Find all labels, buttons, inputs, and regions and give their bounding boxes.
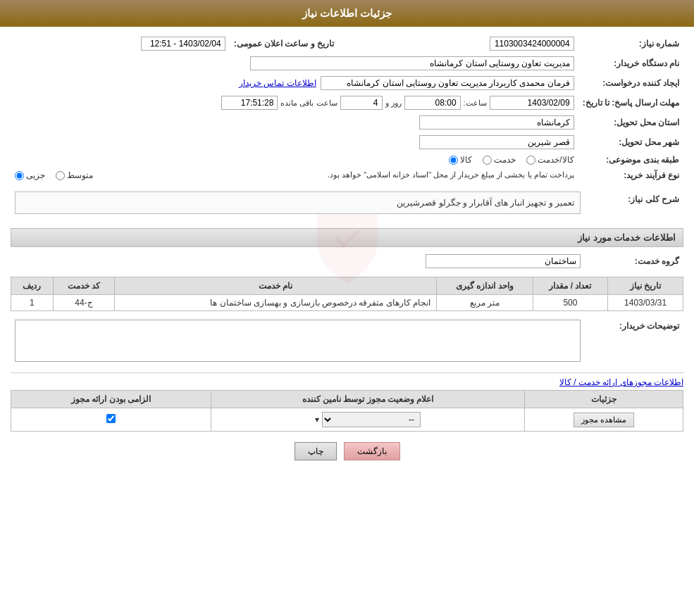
row-name: انجام کارهای متفرقه درخصوص بازسازی و بهس… — [115, 295, 437, 311]
view-license-button[interactable]: مشاهده مجوز — [574, 413, 634, 427]
reply-date-input[interactable] — [490, 96, 574, 110]
col-unit-header: واحد اندازه گیری — [436, 277, 533, 295]
license-status-select[interactable]: -- — [322, 412, 421, 427]
process-note: پرداخت تمام یا بخشی از مبلغ خریدار از مح… — [99, 170, 574, 180]
process-jozvi-option: جزیی — [15, 170, 45, 180]
process-motavaset-label: متوسط — [67, 170, 93, 180]
col-date-header: تاریخ نیاز — [608, 277, 683, 295]
category-khadamat-radio[interactable] — [483, 156, 492, 165]
need-number-label: شماره نیاز: — [578, 34, 683, 54]
info-table: شماره نیاز: تاریخ و ساعت اعلان عمومی: نا… — [11, 34, 683, 183]
page-header: جزئیات اطلاعات نیاز — [0, 0, 694, 27]
announce-date-input[interactable] — [141, 37, 225, 51]
requester-label: ایجاد کننده درخواست: — [578, 73, 683, 93]
buyer-notes-textarea[interactable] — [15, 320, 581, 362]
process-motavaset-option: متوسط — [56, 170, 93, 180]
main-content: شماره نیاز: تاریخ و ساعت اعلان عمومی: نا… — [0, 27, 694, 478]
reply-remaining-label: ساعت باقی مانده — [280, 99, 337, 108]
page-container: جزئیات اطلاعات نیاز شماره نیاز: تاریخ و … — [0, 0, 694, 616]
category-kala-khadamat-radio[interactable] — [526, 156, 535, 165]
category-kala-option: کالا — [449, 155, 472, 165]
category-khadamat-label: خدمت — [494, 155, 516, 165]
dropdown-arrow-icon: ▾ — [315, 415, 319, 425]
col-status-header: اعلام وضعیت مجوز توسط نامین کننده — [211, 391, 525, 408]
process-jozvi-radio[interactable] — [15, 171, 24, 180]
license-section-link[interactable]: اطلاعات مجوزهای ارائه خدمت / کالا — [11, 377, 683, 387]
description-label: شرح کلی نیاز: — [585, 189, 683, 222]
city-label: شهر محل تحویل: — [578, 132, 683, 152]
buyer-org-label: نام دستگاه خریدار: — [578, 54, 683, 73]
category-kala-khadamat-label: کالا/خدمت — [538, 155, 574, 165]
row-unit: متر مربع — [436, 295, 533, 311]
process-jozvi-label: جزیی — [26, 170, 45, 180]
col-code-header: کد خدمت — [53, 277, 115, 295]
col-required-header: الزامی بودن ارائه مجوز — [11, 391, 211, 408]
license-table: جزئیات اعلام وضعیت مجوز توسط نامین کننده… — [11, 390, 683, 432]
row-date: 1403/03/31 — [608, 295, 683, 311]
row-number: 1 — [11, 295, 54, 311]
need-number-input[interactable] — [490, 37, 574, 51]
reply-days-label: روز و — [385, 99, 402, 108]
divider-1 — [11, 372, 683, 373]
page-title: جزئیات اطلاعات نیاز — [302, 7, 392, 19]
reply-days-input[interactable] — [340, 96, 383, 110]
service-group-label: گروه خدمت: — [585, 251, 683, 271]
col-row-header: ردیف — [11, 277, 54, 295]
province-label: استان محل تحویل: — [578, 113, 683, 132]
buyer-notes-table: توضیحات خریدار: — [11, 317, 683, 367]
print-button[interactable]: چاپ — [295, 442, 337, 460]
reply-deadline-label: مهلت ارسال پاسخ: تا تاریخ: — [578, 93, 683, 113]
announce-date-label: تاریخ و ساعت اعلان عمومی: — [230, 34, 338, 54]
category-kala-label: کالا — [460, 155, 472, 165]
row-quantity: 500 — [533, 295, 608, 311]
description-value: تعمیر و تجهیز انبار های آقابرار و جگرلو … — [397, 198, 574, 208]
back-button[interactable]: بازگشت — [344, 442, 400, 460]
category-khadamat-option: خدمت — [483, 155, 516, 165]
contact-link[interactable]: اطلاعات تماس خریدار — [239, 78, 316, 88]
description-box: تعمیر و تجهیز انبار های آقابرار و جگرلو … — [15, 191, 581, 214]
license-required-checkbox[interactable] — [106, 414, 116, 423]
process-label: نوع فرآیند خرید: — [578, 168, 683, 183]
service-group-input[interactable] — [426, 254, 581, 268]
buyer-notes-label: توضیحات خریدار: — [585, 317, 683, 367]
button-row: بازگشت چاپ — [11, 442, 683, 460]
category-kala-khadamat-option: کالا/خدمت — [526, 155, 574, 165]
reply-remaining-input[interactable] — [221, 96, 278, 110]
table-row: 1403/03/31 500 متر مربع انجام کارهای متف… — [11, 295, 683, 311]
row-code: ج-44 — [53, 295, 115, 311]
requester-input[interactable] — [321, 76, 574, 90]
description-table: شرح کلی نیاز: تعمیر و تجهیز انبار های آق… — [11, 189, 683, 222]
province-input[interactable] — [419, 115, 574, 130]
col-quantity-header: تعداد / مقدار — [533, 277, 608, 295]
city-input[interactable] — [419, 135, 574, 149]
reply-time-input[interactable] — [404, 96, 461, 110]
license-row: مشاهده مجوز -- ▾ — [11, 408, 683, 432]
reply-time-label: ساعت: — [464, 99, 487, 108]
col-details-header: جزئیات — [524, 391, 683, 408]
category-label: طبقه بندی موضوعی: — [578, 152, 683, 168]
buyer-org-input[interactable] — [250, 56, 574, 70]
category-kala-radio[interactable] — [449, 156, 458, 165]
process-motavaset-radio[interactable] — [56, 171, 65, 180]
